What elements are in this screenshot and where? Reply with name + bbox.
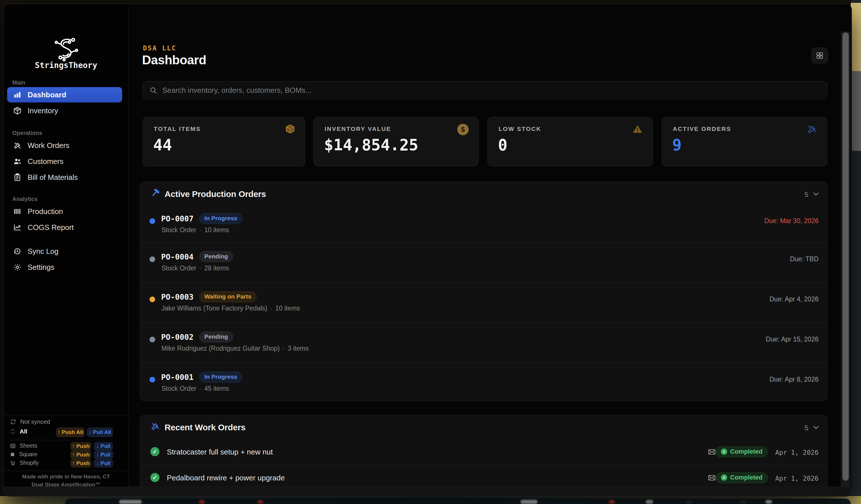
pull-sheets-button[interactable]: ↓ Pull bbox=[94, 442, 113, 450]
bar-chart-icon bbox=[13, 90, 22, 99]
table-icon bbox=[10, 443, 16, 449]
pull-shopify-button[interactable]: ↓ Pull bbox=[94, 459, 113, 467]
status-badge: In Progress bbox=[199, 213, 243, 224]
sidebar-item-work-orders[interactable]: Work Orders bbox=[7, 138, 122, 153]
divider bbox=[10, 440, 113, 440]
section-title: Recent Work Orders bbox=[165, 423, 245, 432]
dock-icon[interactable] bbox=[765, 500, 772, 504]
sidebar-item-settings[interactable]: Settings bbox=[7, 260, 122, 275]
refresh-icon bbox=[10, 419, 16, 425]
po-number: PO-0003 bbox=[161, 293, 194, 302]
nav-section-label: Main bbox=[12, 80, 25, 86]
section-header: Active Production Orders 5 bbox=[140, 182, 827, 205]
work-order-row[interactable]: ✓ Pedalboard rewire + power upgrade ✓Com… bbox=[140, 465, 827, 487]
stat-label: LOW STOCK bbox=[498, 126, 541, 132]
sidebar-item-label: COGS Report bbox=[28, 223, 74, 232]
wallpaper-accent bbox=[851, 3, 861, 71]
work-order-date: Apr 1, 2026 bbox=[775, 449, 819, 456]
production-order-row[interactable]: PO-0003 Waiting on Parts Jake Williams (… bbox=[140, 283, 827, 323]
sidebar-item-customers[interactable]: Customers bbox=[7, 154, 122, 169]
work-order-title: Pedalboard rewire + power upgrade bbox=[167, 474, 285, 482]
sidebar-item-dashboard[interactable]: Dashboard bbox=[7, 87, 122, 102]
po-meta: Stock Order·10 items bbox=[161, 226, 229, 234]
dock-icon[interactable] bbox=[686, 500, 693, 504]
stat-card-total-items: TOTAL ITEMS 44 bbox=[143, 117, 305, 167]
push-sheets-button[interactable]: ↑ Push bbox=[70, 442, 92, 450]
desktop-wallpaper bbox=[851, 0, 861, 504]
dock-icon[interactable] bbox=[520, 500, 537, 504]
po-meta: Jake Williams (Tone Factory Pedals)·10 i… bbox=[161, 305, 300, 312]
package-icon bbox=[285, 124, 295, 134]
push-shopify-button[interactable]: ↑ Push bbox=[70, 459, 92, 467]
production-order-row[interactable]: PO-0001 In Progress Stock Order·45 items… bbox=[140, 363, 827, 401]
stat-label: ACTIVE ORDERS bbox=[673, 126, 731, 132]
connector-row-sheets: Sheets bbox=[10, 443, 37, 449]
connector-row-square: Square bbox=[10, 451, 38, 458]
status-badge: Waiting on Parts bbox=[199, 291, 257, 302]
section-count: 5 bbox=[805, 191, 808, 199]
gear-icon bbox=[13, 263, 22, 272]
work-order-row[interactable]: ✓ Stratocaster full setup + new nut ✓Com… bbox=[140, 440, 827, 465]
sidebar-item-inventory[interactable]: Inventory bbox=[7, 103, 122, 118]
status-badge: Pending bbox=[199, 251, 233, 262]
active-production-orders-card: Active Production Orders 5 PO-0007 In Pr… bbox=[140, 182, 828, 401]
warning-icon bbox=[632, 124, 643, 135]
search-bar bbox=[143, 81, 828, 99]
push-square-button[interactable]: ↑ Push bbox=[70, 450, 92, 459]
dock-icon[interactable] bbox=[257, 500, 263, 504]
push-all-button[interactable]: ↑ Push All bbox=[56, 428, 85, 437]
completed-badge: ✓Completed bbox=[715, 472, 768, 483]
dock-icon[interactable] bbox=[646, 500, 653, 504]
grid-icon bbox=[816, 51, 824, 60]
dock-icon[interactable] bbox=[609, 500, 615, 504]
dock-icon[interactable] bbox=[119, 500, 142, 504]
envelope-icon[interactable] bbox=[708, 448, 716, 456]
due-date: Due: Mar 30, 2026 bbox=[764, 217, 819, 225]
window-bottom-bar bbox=[4, 487, 851, 496]
sidebar: StringsTheory Main Dashboard Inventory O… bbox=[4, 4, 129, 487]
sidebar-item-label: Sync Log bbox=[28, 247, 58, 256]
production-order-row[interactable]: PO-0004 Pending Stock Order·28 items Due… bbox=[140, 242, 827, 283]
dock-icon[interactable] bbox=[199, 500, 205, 504]
work-order-date: Apr 1, 2026 bbox=[775, 475, 819, 482]
po-meta: Stock Order·28 items bbox=[161, 264, 229, 272]
scrollbar-thumb[interactable] bbox=[843, 32, 849, 481]
tools-icon bbox=[13, 141, 22, 150]
layout-grid-button[interactable] bbox=[811, 47, 828, 64]
main-content: DSA LLC Dashboard TOTAL ITEMS 44 INVENTO… bbox=[129, 4, 851, 487]
production-order-row[interactable]: PO-0002 Pending Mike Rodriguez (Rodrigue… bbox=[140, 323, 827, 363]
sidebar-item-bill-of-materials[interactable]: Bill of Materials bbox=[7, 170, 122, 185]
macos-dock[interactable] bbox=[65, 499, 851, 504]
section-header: Recent Work Orders 5 bbox=[140, 415, 827, 438]
po-number: PO-0004 bbox=[161, 252, 194, 261]
status-dot bbox=[150, 218, 155, 224]
divider bbox=[4, 415, 128, 415]
sidebar-item-cogs-report[interactable]: COGS Report bbox=[7, 220, 122, 235]
tools-icon bbox=[807, 124, 817, 135]
page-title: Dashboard bbox=[142, 53, 206, 67]
status-dot bbox=[150, 377, 155, 382]
sync-icon bbox=[13, 247, 22, 256]
sidebar-item-sync-log[interactable]: Sync Log bbox=[7, 243, 122, 259]
dock-icon[interactable] bbox=[740, 500, 747, 504]
scrollbar-track[interactable] bbox=[841, 31, 850, 487]
sidebar-item-label: Inventory bbox=[28, 107, 58, 115]
envelope-icon[interactable] bbox=[708, 474, 716, 482]
chevron-down-icon[interactable] bbox=[812, 190, 820, 198]
pull-square-button[interactable]: ↓ Pull bbox=[94, 450, 113, 459]
sidebar-item-label: Bill of Materials bbox=[28, 173, 78, 182]
chevron-down-icon[interactable] bbox=[812, 423, 820, 432]
pull-all-button[interactable]: ↓ Pull All bbox=[87, 428, 113, 437]
search-input[interactable] bbox=[162, 86, 821, 95]
sync-all-row: All bbox=[10, 428, 27, 435]
stat-card-active-orders: ACTIVE ORDERS 9 bbox=[662, 117, 828, 167]
barcode-icon bbox=[13, 207, 22, 216]
sidebar-item-label: Dashboard bbox=[28, 90, 66, 99]
section-title: Active Production Orders bbox=[165, 189, 266, 199]
status-badge: In Progress bbox=[199, 372, 243, 382]
production-order-row[interactable]: PO-0007 In Progress Stock Order·10 items… bbox=[140, 206, 827, 242]
stat-value: 44 bbox=[153, 136, 172, 154]
sidebar-item-production[interactable]: Production bbox=[7, 204, 122, 219]
stat-label: INVENTORY VALUE bbox=[325, 126, 391, 132]
po-meta: Stock Order·45 items bbox=[161, 385, 229, 392]
